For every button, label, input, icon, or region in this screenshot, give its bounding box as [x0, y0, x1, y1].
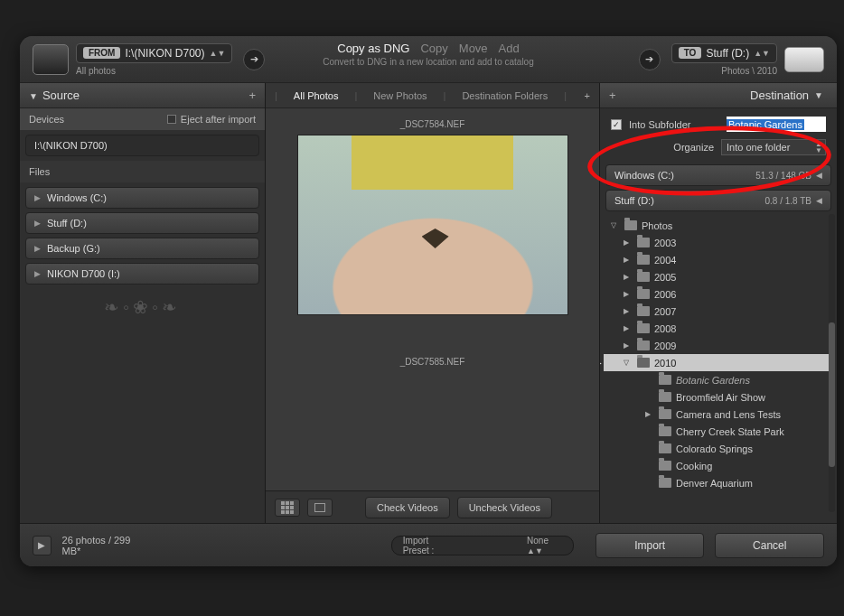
volume-row[interactable]: ▶Stuff (D:)	[25, 212, 259, 234]
play-button[interactable]: ▶	[33, 536, 52, 555]
chevron-down-icon: ▼	[814, 90, 823, 100]
tree-row[interactable]: ▶2005	[604, 268, 833, 285]
tree-row[interactable]: Denver Aquarium	[604, 474, 833, 491]
devices-subhead: Devices Eject after import	[20, 108, 265, 130]
disclosure-icon[interactable]: ▶	[624, 273, 633, 281]
into-subfolder-row: ✓ Into Subfolder Botanic Gardens	[611, 117, 826, 132]
folder-icon	[659, 409, 671, 419]
tree-row[interactable]: ▶Camera and Lens Tests	[604, 406, 833, 423]
folder-label: Colorado Springs	[676, 443, 753, 454]
tree-row[interactable]: ▽Photos	[604, 217, 833, 234]
to-badge: TO	[679, 47, 702, 59]
destination-panel-head[interactable]: + Destination ▼	[600, 83, 837, 108]
updown-icon: ▲▼	[209, 49, 225, 58]
eject-label: Eject after import	[181, 114, 256, 125]
add-source-icon[interactable]: +	[249, 89, 256, 102]
import-preset-picker[interactable]: Import Preset : None ▲▼	[391, 536, 574, 555]
folder-label: 2007	[654, 306, 676, 317]
tab-all-photos[interactable]: All Photos	[286, 88, 346, 104]
from-subtitle: All photos	[76, 66, 232, 76]
mode-add[interactable]: Add	[499, 42, 520, 55]
folder-label: Botanic Gardens	[676, 375, 750, 386]
cancel-button[interactable]: Cancel	[715, 533, 824, 558]
add-destination-icon[interactable]: +	[609, 89, 616, 102]
disclosure-icon[interactable]: ▶	[624, 307, 633, 315]
tree-row[interactable]: ▶2004	[604, 251, 833, 268]
folder-icon	[659, 375, 671, 385]
single-view-button[interactable]	[307, 499, 333, 517]
disclosure-icon[interactable]: ▶	[624, 290, 633, 298]
tree-row[interactable]: Cooking	[604, 457, 833, 474]
folder-label: Cherry Creek State Park	[676, 426, 784, 437]
disclosure-icon[interactable]: ▶	[624, 238, 633, 247]
add-tab-icon[interactable]: +	[585, 90, 590, 101]
check-videos-button[interactable]: Check Videos	[365, 497, 450, 518]
tree-row[interactable]: ▶▽2010	[604, 354, 833, 371]
preset-value: None	[527, 536, 549, 546]
organize-select[interactable]: Into one folder ▲▼	[721, 139, 826, 155]
tree-row[interactable]: Cherry Creek State Park	[604, 423, 833, 440]
drive-row[interactable]: Windows (C:)51.3 / 148 GB◀	[605, 164, 831, 186]
preview-tabs: | All Photos | New Photos | Destination …	[266, 83, 599, 108]
mode-copy[interactable]: Copy	[420, 42, 447, 55]
folder-icon	[637, 272, 650, 282]
disclosure-icon[interactable]: ▶	[624, 256, 633, 264]
thumbnail[interactable]	[297, 135, 568, 315]
chevron-right-icon: ▶	[34, 244, 41, 253]
thumbnail-grid[interactable]: _DSC7584.NEF _DSC7585.NEF	[266, 108, 599, 490]
tree-row[interactable]: ▶2003	[604, 234, 833, 251]
tree-row[interactable]: ▶2006	[604, 285, 833, 303]
volume-row[interactable]: ▶NIKON D700 (I:)	[25, 263, 259, 285]
tree-row[interactable]: Colorado Springs	[604, 440, 833, 457]
mode-copy-as-dng[interactable]: Copy as DNG	[337, 42, 409, 55]
dialog-header: FROM I:\(NIKON D700) ▲▼ All photos ➔ Cop…	[20, 36, 837, 83]
updown-icon: ▲▼	[815, 141, 822, 154]
folder-icon	[659, 478, 671, 488]
disclosure-icon[interactable]: ▶	[624, 341, 633, 350]
source-panel-head[interactable]: ▼Source +	[20, 83, 265, 108]
into-subfolder-label: Into Subfolder	[629, 119, 691, 130]
folder-label: 2010	[654, 358, 676, 369]
to-picker[interactable]: TO Stuff (D:) ▲▼	[671, 43, 777, 63]
folder-tree[interactable]: ▽Photos▶2003▶2004▶2005▶2006▶2007▶2008▶20…	[600, 215, 837, 523]
tree-row[interactable]: Broomfield Air Show	[604, 388, 833, 406]
drive-icon	[784, 47, 824, 72]
organize-label: Organize	[673, 142, 714, 153]
tree-row[interactable]: Botanic Gardens	[604, 371, 833, 388]
uncheck-videos-button[interactable]: Uncheck Videos	[457, 497, 552, 518]
tree-row[interactable]: ▶2009	[604, 337, 833, 354]
disclosure-icon[interactable]: ▶	[645, 410, 654, 418]
disclosure-icon[interactable]: ▶	[624, 324, 633, 332]
drive-row[interactable]: Stuff (D:)0.8 / 1.8 TB◀	[605, 190, 831, 211]
folder-label: 2003	[654, 238, 676, 248]
chevron-icon: ◀	[816, 171, 822, 180]
preview-toolbar: Check Videos Uncheck Videos	[266, 490, 599, 523]
tree-row[interactable]: ▶2007	[604, 303, 833, 320]
volume-row[interactable]: ▶Backup (G:)	[25, 238, 259, 259]
subfolder-input[interactable]: Botanic Gardens	[727, 117, 826, 132]
scrollbar[interactable]	[829, 214, 835, 512]
import-dialog: FROM I:\(NIKON D700) ▲▼ All photos ➔ Cop…	[20, 36, 837, 566]
device-row[interactable]: I:\(NIKON D700)	[25, 135, 259, 156]
into-subfolder-checkbox[interactable]: ✓	[611, 119, 622, 130]
folder-label: Camera and Lens Tests	[676, 409, 781, 420]
mode-move[interactable]: Move	[459, 42, 488, 55]
tab-new-photos[interactable]: New Photos	[366, 88, 434, 104]
folder-icon	[637, 358, 650, 368]
arrow-right-icon: ➔	[243, 49, 265, 70]
tree-row[interactable]: ▶2008	[604, 320, 833, 337]
folder-label: Denver Aquarium	[676, 478, 753, 489]
volume-row[interactable]: ▶Windows (C:)	[25, 187, 259, 209]
source-title: Source	[42, 89, 80, 102]
chevron-right-icon: ▶	[34, 219, 41, 228]
disclosure-icon[interactable]: ▽	[611, 221, 620, 229]
folder-icon	[659, 443, 671, 453]
tab-destination-folders[interactable]: Destination Folders	[455, 88, 555, 104]
grid-view-button[interactable]	[275, 499, 300, 517]
folder-label: 2009	[654, 341, 676, 351]
folder-icon	[637, 289, 650, 299]
import-button[interactable]: Import	[595, 533, 705, 558]
eject-checkbox[interactable]	[167, 115, 176, 124]
from-picker[interactable]: FROM I:\(NIKON D700) ▲▼	[76, 43, 232, 63]
disclosure-icon[interactable]: ▽	[624, 359, 633, 367]
